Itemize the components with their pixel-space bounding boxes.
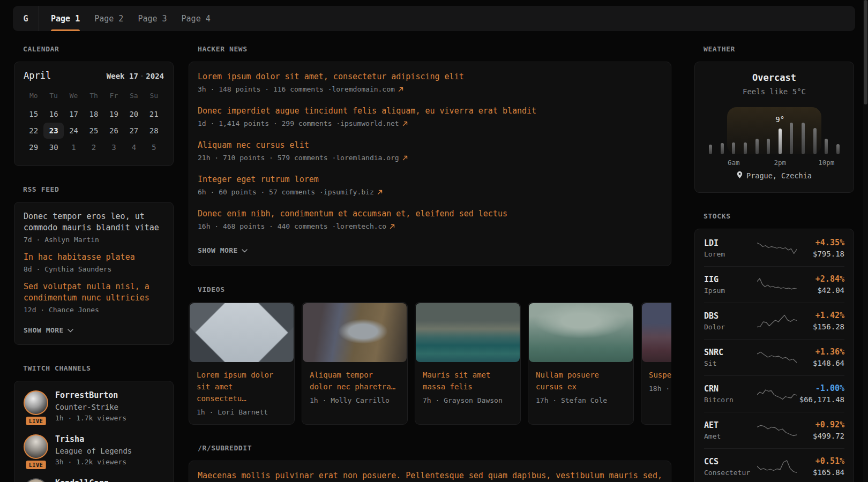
hackernews-item-domain-link[interactable]: loremlandia.org (336, 154, 399, 162)
stock-name: Sit (704, 359, 757, 367)
video-card-body: Suspendisse diam18h · Tara (641, 363, 671, 401)
video-card[interactable]: Aliquam tempor dolor nec pharetra…1h · M… (302, 302, 408, 425)
hackernews-item-title[interactable]: Integer eget rutrum lorem (198, 174, 662, 185)
calendar-month: April (24, 70, 51, 81)
weather-bar (721, 143, 724, 154)
video-card[interactable]: Lorem ipsum dolor sit amet consectetu…1h… (189, 302, 295, 425)
hackernews-item-title[interactable]: Donec imperdiet augue tincidunt felis al… (198, 105, 662, 117)
weather-location: Prague, Czechia (737, 171, 812, 180)
stock-ticker: SNRC (704, 348, 757, 357)
stock-change: -1.00% (815, 383, 844, 393)
section-title-twitch: TWITCH CHANNELS (23, 364, 174, 372)
calendar-day-header: Fr (104, 92, 124, 100)
stock-sparkline (757, 350, 797, 365)
calendar-day: 18 (84, 106, 103, 122)
left-column: CALENDAR April Week 17·2024 MoTuWeThFrSa… (14, 45, 174, 482)
section-title-videos: VIDEOS (198, 285, 671, 293)
video-title[interactable]: Mauris sit amet massa felis (423, 369, 513, 393)
rss-item-title[interactable]: In hac habitasse platea (24, 252, 164, 263)
stock-sparkline (757, 423, 797, 438)
calendar-day: 21 (144, 106, 164, 122)
stock-ticker: AET (704, 420, 757, 430)
video-card[interactable]: Nullam posuere cursus ex17h · Stefan Col… (528, 302, 634, 425)
hackernews-item-title[interactable]: Aliquam nec cursus elit (198, 139, 662, 151)
tab-page-2[interactable]: Page 2 (94, 6, 123, 31)
hackernews-show-more-button[interactable]: SHOW MORE (198, 246, 248, 254)
hackernews-item-title[interactable]: Donec enim nibh, condimentum et accumsan… (198, 208, 662, 220)
twitch-channel-row[interactable]: KendallCarr (24, 478, 164, 482)
stock-values: +0.92%$499.72 (797, 420, 844, 440)
app-logo[interactable]: G (13, 6, 39, 31)
video-meta: 18h · Tara (649, 385, 671, 393)
weather-bar (744, 142, 747, 154)
weather-time-label: 6am (728, 159, 740, 167)
stock-change: +4.35% (815, 238, 844, 247)
external-link-icon (402, 121, 408, 126)
twitch-channel-row[interactable]: LIVEForrestBurtonCounter-Strike1h · 1.7k… (24, 390, 164, 422)
hackernews-item-meta: 21h · 710 points · 579 comments · loreml… (198, 154, 662, 162)
stock-id: IIGIpsum (704, 275, 757, 295)
stock-id: AETAmet (704, 420, 757, 440)
video-meta: 17h · Stefan Cole (536, 396, 626, 404)
page-tabs: Page 1Page 2Page 3Page 4 (39, 6, 211, 31)
weather-widget: WEATHER Overcast Feels like 5°C 6am9°2pm… (694, 45, 854, 193)
rss-item-title[interactable]: Sed volutpat nulla nisl, a condimentum n… (24, 281, 164, 304)
video-card-body: Nullam posuere cursus ex17h · Stefan Col… (528, 363, 633, 412)
weather-bar (802, 123, 805, 154)
weather-bar-slot (790, 107, 793, 154)
calendar-week-year: Week 17·2024 (107, 72, 164, 80)
weather-time-label: 10pm (818, 159, 834, 167)
hackernews-item-domain-link[interactable]: ipsumify.biz (324, 188, 374, 196)
tab-page-4[interactable]: Page 4 (182, 6, 211, 31)
stocks-card: LDILorem+4.35%$795.18IIGIpsum+2.84%$42.0… (694, 229, 854, 482)
twitch-avatar-wrap: LIVE (24, 390, 48, 422)
stock-change: +1.36% (815, 347, 844, 357)
video-card[interactable]: Suspendisse diam18h · Tara (641, 302, 671, 425)
calendar-day: 4 (124, 139, 144, 155)
calendar-day: 16 (43, 106, 63, 122)
scrollbar-thumb[interactable] (864, 0, 867, 104)
calendar-days-grid: 1516171819202122232425262728293012345 (24, 106, 164, 155)
hackernews-item-domain-link[interactable]: loremdomain.com (332, 85, 394, 93)
calendar-day: 2 (84, 139, 103, 155)
stock-ticker: LDI (704, 238, 757, 248)
reddit-post: Maecenas mollis pulvinar erat non posuer… (198, 470, 662, 482)
stock-id: SNRCSit (704, 348, 757, 367)
rss-show-more-button[interactable]: SHOW MORE (24, 326, 73, 334)
weather-hourly-chart: 6am9°2pm10pm (704, 107, 844, 154)
rss-item: Sed volutpat nulla nisl, a condimentum n… (24, 281, 164, 314)
video-title[interactable]: Lorem ipsum dolor sit amet consectetu… (197, 369, 287, 404)
avatar (24, 434, 48, 459)
video-card[interactable]: Mauris sit amet massa felis7h · Grayson … (415, 302, 521, 425)
tab-page-1[interactable]: Page 1 (51, 6, 80, 31)
calendar-day: 19 (104, 106, 124, 122)
weather-bar (825, 139, 828, 154)
hackernews-item-domain-link[interactable]: ipsumworld.net (340, 119, 399, 127)
weather-feels-like: Feels like 5°C (704, 87, 844, 96)
hackernews-item-domain-link[interactable]: loremtech.co (336, 222, 386, 230)
weather-bar-slot (744, 107, 747, 154)
hackernews-item-title[interactable]: Lorem ipsum dolor sit amet, consectetur … (198, 71, 662, 82)
calendar-day: 24 (64, 123, 84, 139)
stock-values: +1.42%$156.28 (797, 311, 844, 331)
video-title[interactable]: Aliquam tempor dolor nec pharetra… (310, 369, 400, 393)
stock-ticker: IIG (704, 275, 757, 284)
reddit-post-title[interactable]: Maecenas mollis pulvinar erat non posuer… (198, 470, 662, 482)
rss-item-title[interactable]: Donec tempor eros leo, ut commodo mauris… (24, 211, 164, 234)
hackernews-item-meta: 6h · 60 points · 57 comments · ipsumify.… (198, 188, 662, 196)
hackernews-item-stats: 1d · 1,414 points · 299 comments · (198, 119, 340, 127)
avatar (24, 390, 48, 415)
tab-page-3[interactable]: Page 3 (138, 6, 167, 31)
calendar-day: 22 (24, 123, 43, 139)
weather-bar-slot (813, 107, 817, 154)
hackernews-item-stats: 16h · 468 points · 440 comments · (198, 222, 336, 230)
calendar-day-selected: 23 (43, 123, 63, 139)
weather-bar (836, 144, 840, 154)
video-title[interactable]: Nullam posuere cursus ex (536, 369, 626, 393)
video-title[interactable]: Suspendisse diam (649, 369, 671, 381)
location-pin-icon (737, 171, 743, 180)
external-link-icon (402, 155, 408, 161)
twitch-channel-row[interactable]: LIVETrishaLeague of Legends3h · 1.2k vie… (24, 434, 164, 466)
weather-bar-slot: 9°2pm (779, 107, 782, 154)
weather-bar-slot (755, 107, 759, 154)
